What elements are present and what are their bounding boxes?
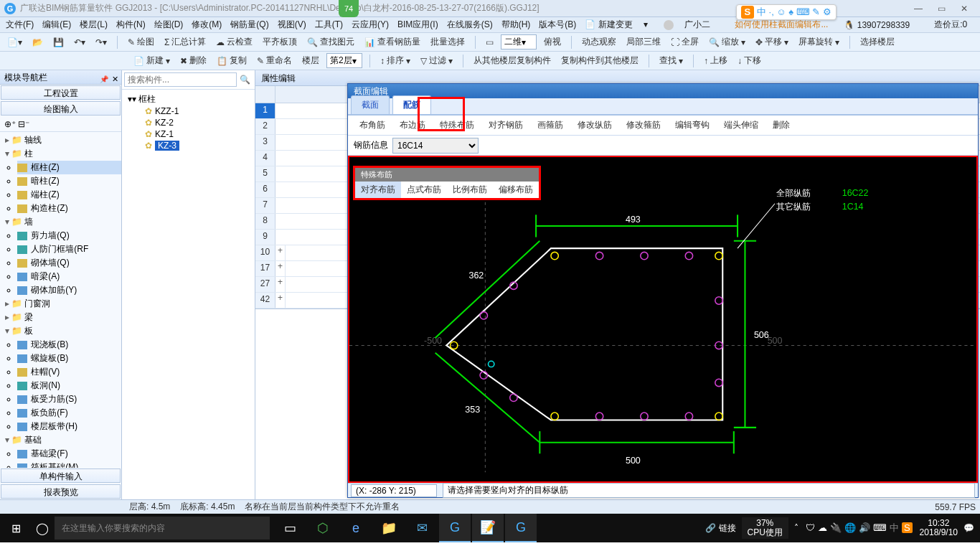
new-comp-btn[interactable]: 📄 新建 ▾ [131,53,173,68]
section-single[interactable]: 单构件输入 [1,468,121,483]
nav-item[interactable]: ▸📁 轴线 [0,133,121,147]
tab-rebar[interactable]: 配筋 [392,95,431,114]
rebar-info-select[interactable]: 16C14 [392,138,479,154]
nav-item[interactable]: ▾📁 板 [0,324,121,338]
pan-btn[interactable]: ✥ 平移 ▾ [753,34,791,50]
new-doc-icon[interactable]: 📄▾ [4,36,25,49]
new-change-button[interactable]: 📄 新建变更 ▾ [585,19,648,31]
section-project[interactable]: 工程设置 [1,85,121,100]
help-link[interactable]: 如何使用柱截面编辑布... [735,19,828,31]
floor-dropdown[interactable]: 第2层 ▾ [326,53,362,68]
nav-subitem[interactable]: 人防门框墙(RF [17,242,121,256]
app-browser2[interactable]: G [505,514,537,542]
sub-align[interactable]: 对齐钢筋 [483,117,529,133]
nav-subitem[interactable]: 端柱(Z) [17,188,121,202]
tab-section[interactable]: 截面 [351,95,390,114]
nav-subitem[interactable]: 剪力墙(Q) [17,229,121,242]
app-ggj[interactable]: G [439,514,471,542]
sub-modlong[interactable]: 修改纵筋 [572,117,618,133]
nav-subitem[interactable]: 螺旋板(B) [17,352,121,365]
save-icon[interactable]: 💾 [50,36,67,49]
sub-edge[interactable]: 布边筋 [394,117,431,133]
menu-tools[interactable]: 工具(T) [315,19,343,31]
user-label[interactable]: 广小二 [664,19,719,31]
update-badge[interactable]: 74 [339,0,359,17]
menu-modify[interactable]: 修改(M) [192,19,222,31]
sub-delete[interactable]: 删除 [767,117,796,133]
sum-btn[interactable]: Σ 汇总计算 [161,34,209,50]
tray-icons[interactable]: 🛡☁🔌🌐🔊⌨中S [804,522,914,534]
nav-subitem[interactable]: 基础梁(F) [17,447,121,461]
zoom-btn[interactable]: 🔍 缩放 ▾ [706,34,748,50]
nav-subitem[interactable]: 筏板基础(M) [17,461,121,468]
delete-btn[interactable]: ✖ 删除 [177,53,209,68]
filter-btn[interactable]: ▽ 过滤 ▾ [418,53,456,68]
nav-subitem[interactable]: 暗柱(Z) [17,174,121,188]
select-icon[interactable]: ▭ [483,36,496,49]
sub-endext[interactable]: 端头伸缩 [718,117,764,133]
sub-edithok[interactable]: 编辑弯钩 [669,117,715,133]
nav-subitem[interactable]: 构造柱(Z) [17,202,121,215]
menu-view[interactable]: 视图(V) [278,19,306,31]
draw-btn[interactable]: ✎绘图 [125,34,157,50]
action-center-icon[interactable]: 💬 [963,523,974,533]
pin-icon[interactable]: 📌 [100,72,108,87]
opt-ratio[interactable]: 比例布筋 [447,182,493,198]
tray-link[interactable]: 🔗 链接 [705,522,735,534]
opt-align[interactable]: 对齐布筋 [355,182,401,198]
section-canvas[interactable]: 特殊布筋 对齐布筋 点式布筋 比例布筋 偏移布筋 -500 50 [348,156,978,483]
nav-item[interactable]: ▾📁 基础 [0,433,121,447]
fullscreen-btn[interactable]: ⛶ 全屏 [668,34,702,50]
app-notes[interactable]: 📝 [472,514,504,542]
nav-item[interactable]: ▾📁 墙 [0,215,121,229]
search-icon[interactable]: 🔍 [239,75,250,85]
sub-stirrup[interactable]: 画箍筋 [532,117,569,133]
component-tree[interactable]: ▾▾ 框柱 ✿KZZ-1✿KZ-2✿KZ-1✿KZ-3 [122,90,255,499]
menu-help[interactable]: 帮助(H) [501,19,531,31]
view-mode-dropdown[interactable]: 二维 ▾ [501,34,537,50]
cortana-icon[interactable]: ◯ [30,522,55,535]
nav-subitem[interactable]: 砌体加筋(Y) [17,283,121,297]
rename-btn[interactable]: ✎ 重命名 [254,53,295,68]
section-draw[interactable]: 绘图输入 [1,101,121,116]
nav-item[interactable]: ▸📁 门窗洞 [0,297,121,311]
redo-icon[interactable]: ↷▾ [93,36,110,49]
dynamic-view-btn[interactable]: 动态观察 [579,34,619,50]
app-mail[interactable]: ✉ [406,514,438,542]
find-btn[interactable]: 查找 ▾ [656,53,686,68]
nav-item[interactable]: ▾📁 柱 [0,147,121,161]
window-controls[interactable]: —▭✕ [907,4,976,14]
nav-subitem[interactable]: 板负筋(F) [17,406,121,420]
local-3d-btn[interactable]: 局部三维 [623,34,664,50]
close-nav-icon[interactable]: ✕ [112,72,118,86]
component-item[interactable]: ✿KZ-3 [142,140,252,151]
nav-subitem[interactable]: 框柱(Z) [17,161,121,174]
nav-subitem[interactable]: 板洞(N) [17,379,121,392]
nav-subitem[interactable]: 楼层板带(H) [17,420,121,433]
qq-contact[interactable]: 🐧 13907298339 [844,20,918,30]
component-item[interactable]: ✿KZ-2 [142,117,252,128]
search-input[interactable] [124,72,237,87]
menu-file[interactable]: 文件(F) [6,19,34,31]
copy-from-floor-btn[interactable]: 从其他楼层复制构件 [471,53,554,68]
cloud-check-btn[interactable]: ☁ 云检查 [213,34,255,50]
sub-modstir[interactable]: 修改箍筋 [621,117,666,133]
app-edge[interactable]: e [340,514,372,542]
section-report[interactable]: 报表预览 [1,484,121,499]
menu-floor[interactable]: 楼层(L) [80,19,108,31]
menu-cloud[interactable]: 云应用(Y) [352,19,389,31]
taskbar-search[interactable]: 在这里输入你要搜索的内容 [55,517,270,540]
nav-subitem[interactable]: 现浇板(B) [17,338,121,352]
sub-corner[interactable]: 布角筋 [354,117,391,133]
view-rebar-btn[interactable]: 📊 查看钢筋量 [362,34,423,50]
component-item[interactable]: ✿KZ-1 [142,128,252,140]
cpu-meter[interactable]: 37%CPU使用 [742,517,788,539]
nav-subitem[interactable]: 砌体墙(Q) [17,256,121,270]
taskview-icon[interactable]: ▭ [274,514,306,542]
nav-subitem[interactable]: 板受力筋(S) [17,392,121,406]
opt-point[interactable]: 点式布筋 [401,182,447,198]
app-folder[interactable]: 📁 [373,514,405,542]
sub-special[interactable]: 特殊布筋 [434,117,480,133]
nav-subitem[interactable]: 柱帽(V) [17,365,121,379]
menu-online[interactable]: 在线服务(S) [447,19,493,31]
